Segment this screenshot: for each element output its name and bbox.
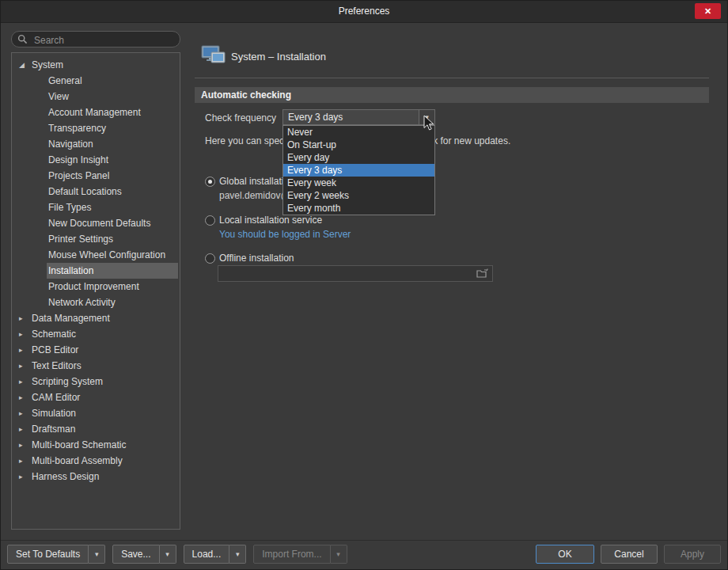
dropdown-option-every-month[interactable]: Every month xyxy=(283,202,434,215)
system-installation-icon xyxy=(201,45,226,70)
tree-item-label: File Types xyxy=(47,200,180,215)
tree-item-label: Network Activity xyxy=(47,294,180,310)
header-divider xyxy=(195,78,709,78)
collapsed-icon[interactable]: ▸ xyxy=(19,310,30,326)
sidebar-item-account-management[interactable]: Account Management xyxy=(12,104,180,120)
collapsed-icon[interactable]: ▸ xyxy=(19,421,30,437)
footer-bar: Set To Defaults▾Save...▾Load...▾Import F… xyxy=(1,540,728,570)
set-to-defaults-dropdown-arrow-icon[interactable]: ▾ xyxy=(89,545,105,564)
radio-selected-icon[interactable] xyxy=(205,177,215,187)
check-frequency-description: Here you can specify how often you would… xyxy=(205,135,715,146)
import-from-dropdown-arrow-icon: ▾ xyxy=(331,545,347,564)
global-account-email: pavel.demidov@ xyxy=(219,190,290,201)
expanded-icon[interactable]: ◢ xyxy=(19,57,30,73)
load-dropdown-arrow-icon[interactable]: ▾ xyxy=(229,545,246,564)
sidebar-item-product-improvement[interactable]: Product Improvement xyxy=(12,279,180,294)
ok-button[interactable]: OK xyxy=(536,545,594,564)
collapsed-icon[interactable]: ▸ xyxy=(19,390,30,405)
dropdown-option-every-week[interactable]: Every week xyxy=(283,177,434,189)
collapsed-icon[interactable]: ▸ xyxy=(19,374,30,390)
sidebar-item-file-types[interactable]: File Types xyxy=(12,200,180,215)
tree-item-label: Transparency xyxy=(47,120,180,136)
titlebar: Preferences xyxy=(1,1,727,23)
collapsed-icon[interactable]: ▸ xyxy=(19,342,30,358)
footer-right-buttons: OKCancelApply xyxy=(536,545,721,564)
load-split-button: Load...▾ xyxy=(184,545,247,564)
sidebar-item-general[interactable]: General xyxy=(12,73,180,89)
window-title: Preferences xyxy=(1,1,727,22)
sidebar-item-network-activity[interactable]: Network Activity xyxy=(12,294,180,310)
collapsed-icon[interactable]: ▸ xyxy=(19,453,30,469)
check-frequency-dropdown-list: NeverOn Start-upEvery dayEvery 3 daysEve… xyxy=(282,125,435,215)
sidebar-item-simulation[interactable]: ▸Simulation xyxy=(12,405,180,421)
close-button[interactable]: ✕ xyxy=(695,3,721,19)
sidebar-item-data-management[interactable]: ▸Data Management xyxy=(12,310,180,326)
offline-path-input[interactable] xyxy=(222,267,474,282)
tree-item-label: PCB Editor xyxy=(30,342,180,358)
browse-folder-icon[interactable] xyxy=(476,268,489,281)
preferences-tree: ◢SystemGeneralViewAccount ManagementTran… xyxy=(11,52,180,530)
search-input[interactable] xyxy=(32,32,178,48)
mouse-cursor xyxy=(423,115,436,135)
collapsed-icon[interactable]: ▸ xyxy=(19,326,30,342)
sidebar-item-cam-editor[interactable]: ▸CAM Editor xyxy=(12,390,180,405)
radio-unselected-icon[interactable] xyxy=(205,253,215,264)
sidebar-item-transparency[interactable]: Transparency xyxy=(12,120,180,136)
tree-item-label: Data Management xyxy=(30,310,180,326)
sidebar-item-design-insight[interactable]: Design Insight xyxy=(12,152,180,168)
sidebar-item-view[interactable]: View xyxy=(12,89,180,104)
sidebar-item-system[interactable]: ◢System xyxy=(12,57,180,73)
tree-item-label: New Document Defaults xyxy=(47,215,180,231)
dropdown-option-never[interactable]: Never xyxy=(283,126,434,139)
collapsed-icon[interactable]: ▸ xyxy=(19,405,30,421)
radio-label: Offline installation xyxy=(219,253,294,264)
sidebar-item-text-editors[interactable]: ▸Text Editors xyxy=(12,358,180,374)
sidebar-item-scripting-system[interactable]: ▸Scripting System xyxy=(12,374,180,390)
tree-item-label: Default Locations xyxy=(47,184,180,200)
sidebar-item-pcb-editor[interactable]: ▸PCB Editor xyxy=(12,342,180,358)
collapsed-icon[interactable]: ▸ xyxy=(19,358,30,374)
sidebar-item-printer-settings[interactable]: Printer Settings xyxy=(12,231,180,247)
check-frequency-dropdown[interactable]: Every 3 days ▾ xyxy=(282,109,435,125)
sidebar-item-navigation[interactable]: Navigation xyxy=(12,136,180,152)
import-from-split-button: Import From...▾ xyxy=(253,545,347,564)
sidebar-item-schematic[interactable]: ▸Schematic xyxy=(12,326,180,342)
cancel-button[interactable]: Cancel xyxy=(601,545,658,564)
sidebar-item-default-locations[interactable]: Default Locations xyxy=(12,184,180,200)
set-to-defaults-button[interactable]: Set To Defaults xyxy=(7,545,89,564)
sidebar-item-new-document-defaults[interactable]: New Document Defaults xyxy=(12,215,180,231)
dropdown-option-on-start-up[interactable]: On Start-up xyxy=(283,139,434,151)
sidebar-item-multi-board-assembly[interactable]: ▸Multi-board Assembly xyxy=(12,453,180,469)
tree-item-label: Text Editors xyxy=(30,358,180,374)
dropdown-option-every-2-weeks[interactable]: Every 2 weeks xyxy=(283,189,434,202)
check-frequency-value: Every 3 days xyxy=(283,112,419,123)
sidebar-item-multi-board-schematic[interactable]: ▸Multi-board Schematic xyxy=(12,437,180,453)
tree-item-label: Installation xyxy=(47,263,178,279)
radio-offline-installation[interactable]: Offline installation xyxy=(205,253,294,264)
tree-item-label: Multi-board Schematic xyxy=(30,437,180,453)
preferences-dialog: { "window": { "title": "Preferences", "c… xyxy=(0,0,728,570)
save-dropdown-arrow-icon[interactable]: ▾ xyxy=(160,545,176,564)
radio-unselected-icon[interactable] xyxy=(205,215,215,226)
dropdown-option-every-3-days[interactable]: Every 3 days xyxy=(283,164,434,177)
tree-item-label: Design Insight xyxy=(47,152,180,168)
dropdown-option-every-day[interactable]: Every day xyxy=(283,151,434,164)
collapsed-icon[interactable]: ▸ xyxy=(19,437,30,453)
tree-item-label: Scripting System xyxy=(30,374,180,390)
login-server-link[interactable]: You should be logged in Server xyxy=(219,229,351,240)
sidebar-item-harness-design[interactable]: ▸Harness Design xyxy=(12,469,180,484)
collapsed-icon[interactable]: ▸ xyxy=(19,469,30,484)
sidebar-item-installation[interactable]: Installation xyxy=(12,263,180,279)
load-button[interactable]: Load... xyxy=(184,545,230,564)
offline-path-field xyxy=(218,265,493,282)
tree-item-label: Projects Panel xyxy=(47,168,180,184)
sidebar-item-projects-panel[interactable]: Projects Panel xyxy=(12,168,180,184)
save-button[interactable]: Save... xyxy=(112,545,159,564)
import-from-button: Import From... xyxy=(253,545,330,564)
tree-item-label: Printer Settings xyxy=(47,231,180,247)
radio-local-installation-service[interactable]: Local installation service xyxy=(205,215,322,226)
sidebar-item-mouse-wheel-configuration[interactable]: Mouse Wheel Configuration xyxy=(12,247,180,263)
tree-item-label: Draftsman xyxy=(30,421,180,437)
sidebar-item-draftsman[interactable]: ▸Draftsman xyxy=(12,421,180,437)
tree-item-label: Mouse Wheel Configuration xyxy=(47,247,180,263)
